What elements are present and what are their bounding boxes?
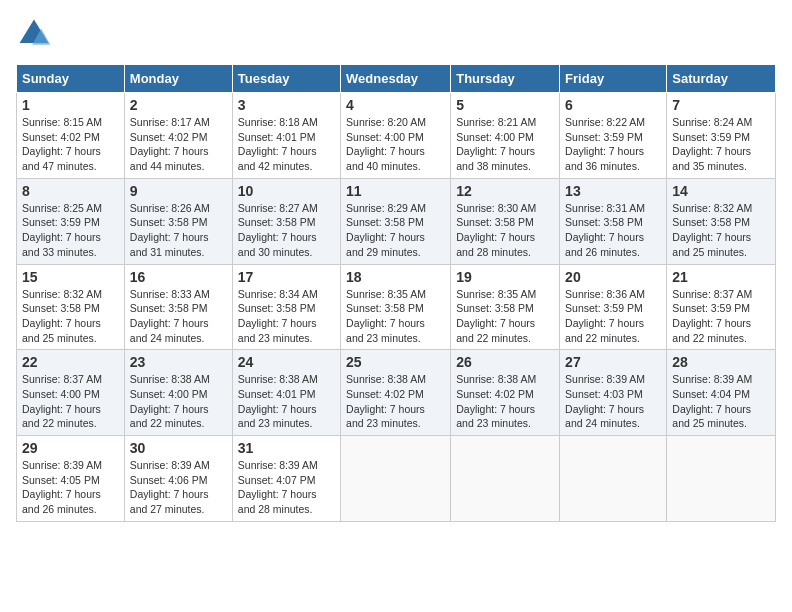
calendar-cell: 22 Sunrise: 8:37 AM Sunset: 4:00 PM Dayl… xyxy=(17,350,125,436)
day-detail: Sunrise: 8:20 AM Sunset: 4:00 PM Dayligh… xyxy=(346,115,445,174)
calendar-cell: 21 Sunrise: 8:37 AM Sunset: 3:59 PM Dayl… xyxy=(667,264,776,350)
calendar-table: SundayMondayTuesdayWednesdayThursdayFrid… xyxy=(16,64,776,522)
day-header-friday: Friday xyxy=(560,65,667,93)
calendar-cell: 29 Sunrise: 8:39 AM Sunset: 4:05 PM Dayl… xyxy=(17,436,125,522)
day-detail: Sunrise: 8:39 AM Sunset: 4:05 PM Dayligh… xyxy=(22,458,119,517)
day-number: 17 xyxy=(238,269,335,285)
calendar-week-row: 29 Sunrise: 8:39 AM Sunset: 4:05 PM Dayl… xyxy=(17,436,776,522)
calendar-cell xyxy=(451,436,560,522)
calendar-cell: 1 Sunrise: 8:15 AM Sunset: 4:02 PM Dayli… xyxy=(17,93,125,179)
calendar-week-row: 22 Sunrise: 8:37 AM Sunset: 4:00 PM Dayl… xyxy=(17,350,776,436)
page-header xyxy=(16,16,776,52)
calendar-cell: 18 Sunrise: 8:35 AM Sunset: 3:58 PM Dayl… xyxy=(341,264,451,350)
day-number: 10 xyxy=(238,183,335,199)
day-number: 30 xyxy=(130,440,227,456)
day-number: 27 xyxy=(565,354,661,370)
day-detail: Sunrise: 8:36 AM Sunset: 3:59 PM Dayligh… xyxy=(565,287,661,346)
day-number: 14 xyxy=(672,183,770,199)
day-header-monday: Monday xyxy=(124,65,232,93)
day-number: 25 xyxy=(346,354,445,370)
day-detail: Sunrise: 8:32 AM Sunset: 3:58 PM Dayligh… xyxy=(672,201,770,260)
day-number: 3 xyxy=(238,97,335,113)
day-detail: Sunrise: 8:38 AM Sunset: 4:02 PM Dayligh… xyxy=(456,372,554,431)
day-detail: Sunrise: 8:38 AM Sunset: 4:01 PM Dayligh… xyxy=(238,372,335,431)
calendar-cell: 7 Sunrise: 8:24 AM Sunset: 3:59 PM Dayli… xyxy=(667,93,776,179)
day-detail: Sunrise: 8:29 AM Sunset: 3:58 PM Dayligh… xyxy=(346,201,445,260)
day-header-wednesday: Wednesday xyxy=(341,65,451,93)
calendar-cell: 17 Sunrise: 8:34 AM Sunset: 3:58 PM Dayl… xyxy=(232,264,340,350)
calendar-cell: 3 Sunrise: 8:18 AM Sunset: 4:01 PM Dayli… xyxy=(232,93,340,179)
calendar-cell: 19 Sunrise: 8:35 AM Sunset: 3:58 PM Dayl… xyxy=(451,264,560,350)
day-detail: Sunrise: 8:35 AM Sunset: 3:58 PM Dayligh… xyxy=(456,287,554,346)
day-number: 11 xyxy=(346,183,445,199)
day-detail: Sunrise: 8:27 AM Sunset: 3:58 PM Dayligh… xyxy=(238,201,335,260)
calendar-header-row: SundayMondayTuesdayWednesdayThursdayFrid… xyxy=(17,65,776,93)
calendar-cell: 12 Sunrise: 8:30 AM Sunset: 3:58 PM Dayl… xyxy=(451,178,560,264)
day-header-thursday: Thursday xyxy=(451,65,560,93)
calendar-cell: 16 Sunrise: 8:33 AM Sunset: 3:58 PM Dayl… xyxy=(124,264,232,350)
day-header-saturday: Saturday xyxy=(667,65,776,93)
day-detail: Sunrise: 8:15 AM Sunset: 4:02 PM Dayligh… xyxy=(22,115,119,174)
calendar-cell: 8 Sunrise: 8:25 AM Sunset: 3:59 PM Dayli… xyxy=(17,178,125,264)
calendar-cell: 26 Sunrise: 8:38 AM Sunset: 4:02 PM Dayl… xyxy=(451,350,560,436)
day-detail: Sunrise: 8:39 AM Sunset: 4:07 PM Dayligh… xyxy=(238,458,335,517)
day-detail: Sunrise: 8:31 AM Sunset: 3:58 PM Dayligh… xyxy=(565,201,661,260)
calendar-cell: 28 Sunrise: 8:39 AM Sunset: 4:04 PM Dayl… xyxy=(667,350,776,436)
day-detail: Sunrise: 8:30 AM Sunset: 3:58 PM Dayligh… xyxy=(456,201,554,260)
day-detail: Sunrise: 8:38 AM Sunset: 4:00 PM Dayligh… xyxy=(130,372,227,431)
day-detail: Sunrise: 8:38 AM Sunset: 4:02 PM Dayligh… xyxy=(346,372,445,431)
day-number: 13 xyxy=(565,183,661,199)
day-number: 18 xyxy=(346,269,445,285)
day-detail: Sunrise: 8:18 AM Sunset: 4:01 PM Dayligh… xyxy=(238,115,335,174)
day-detail: Sunrise: 8:26 AM Sunset: 3:58 PM Dayligh… xyxy=(130,201,227,260)
day-detail: Sunrise: 8:25 AM Sunset: 3:59 PM Dayligh… xyxy=(22,201,119,260)
day-number: 1 xyxy=(22,97,119,113)
day-detail: Sunrise: 8:35 AM Sunset: 3:58 PM Dayligh… xyxy=(346,287,445,346)
calendar-cell: 23 Sunrise: 8:38 AM Sunset: 4:00 PM Dayl… xyxy=(124,350,232,436)
day-number: 19 xyxy=(456,269,554,285)
day-number: 16 xyxy=(130,269,227,285)
day-number: 22 xyxy=(22,354,119,370)
calendar-cell: 9 Sunrise: 8:26 AM Sunset: 3:58 PM Dayli… xyxy=(124,178,232,264)
calendar-cell: 10 Sunrise: 8:27 AM Sunset: 3:58 PM Dayl… xyxy=(232,178,340,264)
day-detail: Sunrise: 8:34 AM Sunset: 3:58 PM Dayligh… xyxy=(238,287,335,346)
calendar-week-row: 8 Sunrise: 8:25 AM Sunset: 3:59 PM Dayli… xyxy=(17,178,776,264)
calendar-cell: 14 Sunrise: 8:32 AM Sunset: 3:58 PM Dayl… xyxy=(667,178,776,264)
calendar-cell: 5 Sunrise: 8:21 AM Sunset: 4:00 PM Dayli… xyxy=(451,93,560,179)
day-detail: Sunrise: 8:32 AM Sunset: 3:58 PM Dayligh… xyxy=(22,287,119,346)
day-detail: Sunrise: 8:33 AM Sunset: 3:58 PM Dayligh… xyxy=(130,287,227,346)
day-number: 2 xyxy=(130,97,227,113)
calendar-cell: 31 Sunrise: 8:39 AM Sunset: 4:07 PM Dayl… xyxy=(232,436,340,522)
day-number: 7 xyxy=(672,97,770,113)
day-number: 12 xyxy=(456,183,554,199)
day-number: 5 xyxy=(456,97,554,113)
day-number: 26 xyxy=(456,354,554,370)
calendar-cell xyxy=(560,436,667,522)
day-number: 20 xyxy=(565,269,661,285)
day-number: 15 xyxy=(22,269,119,285)
calendar-week-row: 15 Sunrise: 8:32 AM Sunset: 3:58 PM Dayl… xyxy=(17,264,776,350)
calendar-cell: 27 Sunrise: 8:39 AM Sunset: 4:03 PM Dayl… xyxy=(560,350,667,436)
calendar-cell: 20 Sunrise: 8:36 AM Sunset: 3:59 PM Dayl… xyxy=(560,264,667,350)
calendar-cell xyxy=(667,436,776,522)
day-header-sunday: Sunday xyxy=(17,65,125,93)
calendar-cell: 13 Sunrise: 8:31 AM Sunset: 3:58 PM Dayl… xyxy=(560,178,667,264)
day-detail: Sunrise: 8:37 AM Sunset: 4:00 PM Dayligh… xyxy=(22,372,119,431)
day-number: 31 xyxy=(238,440,335,456)
calendar-cell: 15 Sunrise: 8:32 AM Sunset: 3:58 PM Dayl… xyxy=(17,264,125,350)
day-detail: Sunrise: 8:39 AM Sunset: 4:04 PM Dayligh… xyxy=(672,372,770,431)
day-number: 29 xyxy=(22,440,119,456)
day-detail: Sunrise: 8:22 AM Sunset: 3:59 PM Dayligh… xyxy=(565,115,661,174)
calendar-cell: 24 Sunrise: 8:38 AM Sunset: 4:01 PM Dayl… xyxy=(232,350,340,436)
day-detail: Sunrise: 8:37 AM Sunset: 3:59 PM Dayligh… xyxy=(672,287,770,346)
logo-icon xyxy=(16,16,52,52)
calendar-cell: 2 Sunrise: 8:17 AM Sunset: 4:02 PM Dayli… xyxy=(124,93,232,179)
day-number: 21 xyxy=(672,269,770,285)
day-number: 23 xyxy=(130,354,227,370)
calendar-cell: 6 Sunrise: 8:22 AM Sunset: 3:59 PM Dayli… xyxy=(560,93,667,179)
calendar-cell: 11 Sunrise: 8:29 AM Sunset: 3:58 PM Dayl… xyxy=(341,178,451,264)
logo xyxy=(16,16,58,52)
day-number: 6 xyxy=(565,97,661,113)
day-detail: Sunrise: 8:21 AM Sunset: 4:00 PM Dayligh… xyxy=(456,115,554,174)
day-number: 28 xyxy=(672,354,770,370)
